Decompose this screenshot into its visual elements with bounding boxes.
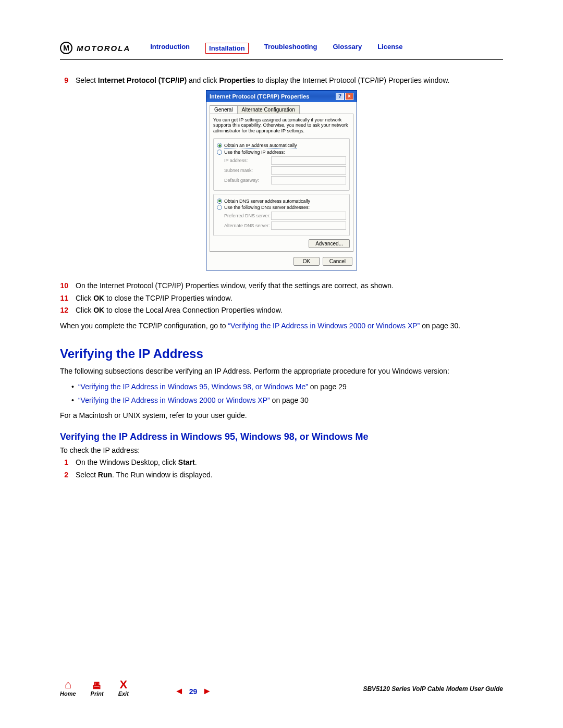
dialog-title: Internet Protocol (TCP/IP) Properties <box>210 93 309 100</box>
step-10: 10 On the Internet Protocol (TCP/IP) Pro… <box>60 281 503 291</box>
tcpip-dialog-screenshot: Internet Protocol (TCP/IP) Properties ? … <box>60 90 503 270</box>
bullet-icon: • <box>71 396 74 406</box>
heading-verify-95-98-me: Verifying the IP Address in Windows 95, … <box>60 431 503 442</box>
step-text: Click OK to close the Local Area Connect… <box>76 305 503 316</box>
help-icon[interactable]: ? <box>336 93 344 100</box>
step-text: On the Internet Protocol (TCP/IP) Proper… <box>76 281 503 291</box>
link-verify-95-98-me[interactable]: “Verifying the IP Address in Windows 95,… <box>78 382 308 391</box>
dns-group: Obtain DNS server address automatically … <box>213 194 350 236</box>
prev-page-button[interactable]: ◄ <box>175 686 184 697</box>
radio-obtain-dns-auto[interactable]: Obtain DNS server address automatically <box>217 199 346 204</box>
dialog-description: You can get IP settings assigned automat… <box>213 117 350 134</box>
step-9: 9 Select Internet Protocol (TCP/IP) and … <box>60 76 503 86</box>
nav-glossary[interactable]: Glossary <box>333 43 362 54</box>
field-preferred-dns: Preferred DNS server: <box>224 212 346 220</box>
nav-troubleshooting[interactable]: Troubleshooting <box>264 43 317 54</box>
print-icon: 🖶 <box>92 681 102 690</box>
bullet-icon: • <box>71 382 74 392</box>
radio-obtain-ip-auto[interactable]: Obtain an IP address automatically <box>217 143 346 149</box>
step-11: 11 Click OK to close the TCP/IP Properti… <box>60 293 503 304</box>
radio-selected-icon <box>217 143 222 148</box>
input-ip-address[interactable] <box>271 156 346 165</box>
brand-text: MOTOROLA <box>77 44 130 53</box>
link-verify-2000-xp[interactable]: “Verifying the IP Address in Windows 200… <box>228 322 420 330</box>
close-icon[interactable]: × <box>345 93 353 100</box>
check-ip-paragraph: To check the IP address: <box>60 446 503 456</box>
radio-use-following-ip[interactable]: Use the following IP address: <box>217 150 346 155</box>
input-default-gateway[interactable] <box>271 176 346 184</box>
step-text: Select Run. The Run window is displayed. <box>76 470 503 480</box>
completion-paragraph: When you complete the TCP/IP configurati… <box>60 321 503 331</box>
home-button[interactable]: ⌂ Home <box>60 679 76 697</box>
field-ip-address: IP address: <box>224 156 346 165</box>
step-number: 11 <box>60 293 68 304</box>
substep-2: 2 Select Run. The Run window is displaye… <box>60 470 503 480</box>
step-number: 12 <box>60 305 68 316</box>
tab-general[interactable]: General <box>210 105 238 114</box>
page-header: M MOTOROLA Introduction Installation Tro… <box>60 42 503 60</box>
input-subnet-mask[interactable] <box>271 166 346 175</box>
document-title: SBV5120 Series VoIP Cable Modem User Gui… <box>363 685 503 693</box>
cancel-button[interactable]: Cancel <box>323 257 352 266</box>
top-nav: Introduction Installation Troubleshootin… <box>150 43 402 54</box>
nav-license[interactable]: License <box>377 43 402 54</box>
dialog-tabs: General Alternate Configuration <box>210 105 353 114</box>
step-12: 12 Click OK to close the Local Area Conn… <box>60 305 503 316</box>
step-number: 10 <box>60 281 68 291</box>
substep-1: 1 On the Windows Desktop, click Start. <box>60 458 503 468</box>
nav-introduction[interactable]: Introduction <box>150 43 190 54</box>
ip-address-group: Obtain an IP address automatically Use t… <box>213 138 350 191</box>
radio-use-following-dns[interactable]: Use the following DNS server addresses: <box>217 205 346 210</box>
input-preferred-dns[interactable] <box>271 212 346 220</box>
advanced-button[interactable]: Advanced... <box>309 239 350 248</box>
motorola-logo-icon: M <box>60 42 72 54</box>
ok-button[interactable]: OK <box>293 257 320 266</box>
next-page-button[interactable]: ► <box>202 686 212 697</box>
step-text: Click OK to close the TCP/IP Properties … <box>76 293 503 304</box>
field-subnet-mask: Subnet mask: <box>224 166 346 175</box>
radio-selected-icon <box>217 199 222 204</box>
step-number: 2 <box>60 470 68 480</box>
intro-paragraph: The following subsections describe verif… <box>60 366 503 377</box>
radio-unselected-icon <box>217 205 222 210</box>
tab-alternate[interactable]: Alternate Configuration <box>237 105 300 114</box>
home-icon: ⌂ <box>65 679 71 690</box>
nav-installation[interactable]: Installation <box>205 43 249 54</box>
heading-verifying-ip: Verifying the IP Address <box>60 347 503 361</box>
dialog-titlebar: Internet Protocol (TCP/IP) Properties ? … <box>206 91 357 102</box>
page-navigation: ◄ 29 ► <box>175 686 212 697</box>
bullet-item: • “Verifying the IP Address in Windows 9… <box>71 382 503 392</box>
input-alternate-dns[interactable] <box>271 221 346 230</box>
step-text: On the Windows Desktop, click Start. <box>76 458 503 468</box>
mac-unix-paragraph: For a Macintosh or UNIX system, refer to… <box>60 411 503 421</box>
exit-icon: X <box>119 679 127 690</box>
exit-button[interactable]: X Exit <box>118 679 129 697</box>
step-text: Select Internet Protocol (TCP/IP) and cl… <box>76 76 503 86</box>
step-number: 1 <box>60 458 68 468</box>
link-verify-2000-xp-2[interactable]: “Verifying the IP Address in Windows 200… <box>78 396 270 404</box>
field-default-gateway: Default gateway: <box>224 176 346 184</box>
bullet-item: • “Verifying the IP Address in Windows 2… <box>71 396 503 406</box>
page-number: 29 <box>189 687 198 696</box>
field-alternate-dns: Alternate DNS server: <box>224 221 346 230</box>
step-number: 9 <box>60 76 68 86</box>
print-button[interactable]: 🖶 Print <box>91 681 104 697</box>
radio-unselected-icon <box>217 150 222 155</box>
